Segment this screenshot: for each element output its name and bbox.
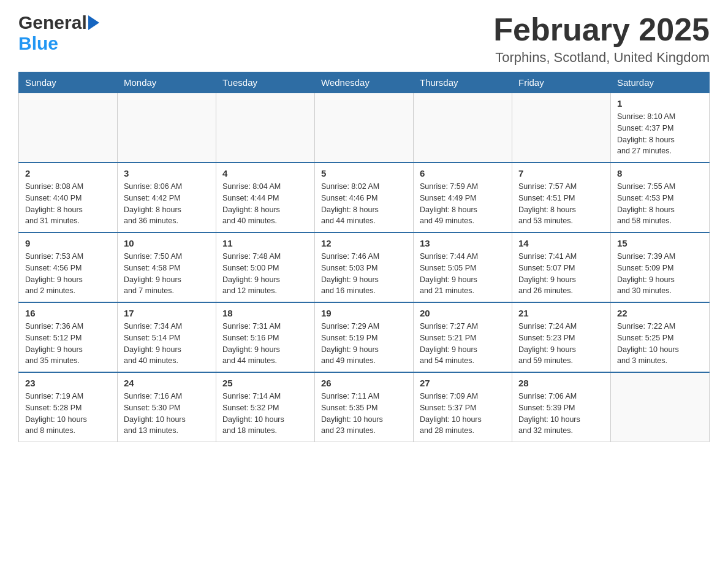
calendar-cell [19, 93, 118, 163]
calendar-cell: 19Sunrise: 7:29 AM Sunset: 5:19 PM Dayli… [315, 302, 414, 372]
day-info: Sunrise: 7:34 AM Sunset: 5:14 PM Dayligh… [124, 321, 210, 367]
calendar-cell: 21Sunrise: 7:24 AM Sunset: 5:23 PM Dayli… [512, 302, 611, 372]
calendar-week-3: 9Sunrise: 7:53 AM Sunset: 4:56 PM Daylig… [19, 232, 710, 302]
day-info: Sunrise: 7:16 AM Sunset: 5:30 PM Dayligh… [124, 391, 210, 437]
page-header: General Blue February 2025 Torphins, Sco… [18, 12, 710, 66]
calendar-cell [216, 93, 315, 163]
month-title: February 2025 [493, 12, 710, 47]
day-info: Sunrise: 7:55 AM Sunset: 4:53 PM Dayligh… [617, 181, 703, 227]
calendar-cell: 18Sunrise: 7:31 AM Sunset: 5:16 PM Dayli… [216, 302, 315, 372]
weekday-header-monday: Monday [118, 72, 216, 93]
calendar-cell: 7Sunrise: 7:57 AM Sunset: 4:51 PM Daylig… [512, 163, 611, 232]
day-number: 21 [518, 308, 604, 318]
calendar-cell: 11Sunrise: 7:48 AM Sunset: 5:00 PM Dayli… [216, 232, 315, 302]
day-number: 25 [222, 378, 308, 388]
day-info: Sunrise: 7:31 AM Sunset: 5:16 PM Dayligh… [222, 321, 308, 367]
day-info: Sunrise: 7:44 AM Sunset: 5:05 PM Dayligh… [420, 251, 506, 297]
day-info: Sunrise: 7:46 AM Sunset: 5:03 PM Dayligh… [321, 251, 407, 297]
calendar-cell: 12Sunrise: 7:46 AM Sunset: 5:03 PM Dayli… [315, 232, 414, 302]
calendar-cell: 15Sunrise: 7:39 AM Sunset: 5:09 PM Dayli… [611, 232, 710, 302]
day-number: 28 [518, 378, 604, 388]
weekday-header-friday: Friday [512, 72, 611, 93]
calendar-cell: 10Sunrise: 7:50 AM Sunset: 4:58 PM Dayli… [118, 232, 216, 302]
calendar-cell [512, 93, 611, 163]
calendar-cell: 14Sunrise: 7:41 AM Sunset: 5:07 PM Dayli… [512, 232, 611, 302]
day-info: Sunrise: 7:57 AM Sunset: 4:51 PM Dayligh… [518, 181, 604, 227]
day-number: 24 [124, 378, 210, 388]
calendar-cell: 20Sunrise: 7:27 AM Sunset: 5:21 PM Dayli… [414, 302, 512, 372]
weekday-header-wednesday: Wednesday [315, 72, 414, 93]
logo-general-text: General [18, 12, 87, 33]
day-info: Sunrise: 7:53 AM Sunset: 4:56 PM Dayligh… [25, 251, 111, 297]
day-number: 3 [124, 168, 210, 178]
day-number: 20 [420, 308, 506, 318]
calendar-cell: 16Sunrise: 7:36 AM Sunset: 5:12 PM Dayli… [19, 302, 118, 372]
day-info: Sunrise: 7:29 AM Sunset: 5:19 PM Dayligh… [321, 321, 407, 367]
day-number: 17 [124, 308, 210, 318]
day-info: Sunrise: 7:22 AM Sunset: 5:25 PM Dayligh… [617, 321, 703, 367]
day-number: 6 [420, 168, 506, 178]
calendar-cell: 2Sunrise: 8:08 AM Sunset: 4:40 PM Daylig… [19, 163, 118, 232]
day-info: Sunrise: 7:48 AM Sunset: 5:00 PM Dayligh… [222, 251, 308, 297]
day-info: Sunrise: 8:06 AM Sunset: 4:42 PM Dayligh… [124, 181, 210, 227]
calendar-cell: 25Sunrise: 7:14 AM Sunset: 5:32 PM Dayli… [216, 372, 315, 442]
calendar-cell: 6Sunrise: 7:59 AM Sunset: 4:49 PM Daylig… [414, 163, 512, 232]
location-subtitle: Torphins, Scotland, United Kingdom [493, 50, 710, 66]
day-number: 12 [321, 238, 407, 248]
day-info: Sunrise: 7:39 AM Sunset: 5:09 PM Dayligh… [617, 251, 703, 297]
day-number: 22 [617, 308, 703, 318]
day-info: Sunrise: 7:50 AM Sunset: 4:58 PM Dayligh… [124, 251, 210, 297]
day-info: Sunrise: 7:41 AM Sunset: 5:07 PM Dayligh… [518, 251, 604, 297]
day-number: 7 [518, 168, 604, 178]
day-info: Sunrise: 8:04 AM Sunset: 4:44 PM Dayligh… [222, 181, 308, 227]
day-number: 5 [321, 168, 407, 178]
calendar-cell [118, 93, 216, 163]
day-info: Sunrise: 7:59 AM Sunset: 4:49 PM Dayligh… [420, 181, 506, 227]
calendar-cell: 28Sunrise: 7:06 AM Sunset: 5:39 PM Dayli… [512, 372, 611, 442]
day-info: Sunrise: 8:08 AM Sunset: 4:40 PM Dayligh… [25, 181, 111, 227]
calendar-cell: 9Sunrise: 7:53 AM Sunset: 4:56 PM Daylig… [19, 232, 118, 302]
calendar-cell: 13Sunrise: 7:44 AM Sunset: 5:05 PM Dayli… [414, 232, 512, 302]
day-number: 15 [617, 238, 703, 248]
day-number: 27 [420, 378, 506, 388]
calendar-table: SundayMondayTuesdayWednesdayThursdayFrid… [18, 72, 710, 442]
calendar-cell [611, 372, 710, 442]
weekday-header-saturday: Saturday [611, 72, 710, 93]
logo-arrow-icon [88, 15, 99, 30]
calendar-cell: 23Sunrise: 7:19 AM Sunset: 5:28 PM Dayli… [19, 372, 118, 442]
day-number: 2 [25, 168, 111, 178]
day-number: 23 [25, 378, 111, 388]
calendar-cell: 8Sunrise: 7:55 AM Sunset: 4:53 PM Daylig… [611, 163, 710, 232]
day-number: 19 [321, 308, 407, 318]
day-info: Sunrise: 7:06 AM Sunset: 5:39 PM Dayligh… [518, 391, 604, 437]
day-info: Sunrise: 7:36 AM Sunset: 5:12 PM Dayligh… [25, 321, 111, 367]
day-number: 18 [222, 308, 308, 318]
calendar-week-4: 16Sunrise: 7:36 AM Sunset: 5:12 PM Dayli… [19, 302, 710, 372]
calendar-week-2: 2Sunrise: 8:08 AM Sunset: 4:40 PM Daylig… [19, 163, 710, 232]
calendar-cell: 24Sunrise: 7:16 AM Sunset: 5:30 PM Dayli… [118, 372, 216, 442]
day-info: Sunrise: 7:09 AM Sunset: 5:37 PM Dayligh… [420, 391, 506, 437]
day-number: 11 [222, 238, 308, 248]
calendar-cell: 3Sunrise: 8:06 AM Sunset: 4:42 PM Daylig… [118, 163, 216, 232]
calendar-week-1: 1Sunrise: 8:10 AM Sunset: 4:37 PM Daylig… [19, 93, 710, 163]
day-number: 1 [617, 98, 703, 109]
calendar-cell: 1Sunrise: 8:10 AM Sunset: 4:37 PM Daylig… [611, 93, 710, 163]
calendar-cell: 26Sunrise: 7:11 AM Sunset: 5:35 PM Dayli… [315, 372, 414, 442]
calendar-header: SundayMondayTuesdayWednesdayThursdayFrid… [19, 72, 710, 93]
weekday-header-row: SundayMondayTuesdayWednesdayThursdayFrid… [19, 72, 710, 93]
day-info: Sunrise: 7:14 AM Sunset: 5:32 PM Dayligh… [222, 391, 308, 437]
day-number: 4 [222, 168, 308, 178]
day-number: 26 [321, 378, 407, 388]
calendar-week-5: 23Sunrise: 7:19 AM Sunset: 5:28 PM Dayli… [19, 372, 710, 442]
calendar-cell [315, 93, 414, 163]
title-section: February 2025 Torphins, Scotland, United… [493, 12, 710, 66]
day-info: Sunrise: 8:10 AM Sunset: 4:37 PM Dayligh… [617, 111, 703, 157]
calendar-cell: 22Sunrise: 7:22 AM Sunset: 5:25 PM Dayli… [611, 302, 710, 372]
calendar-cell: 27Sunrise: 7:09 AM Sunset: 5:37 PM Dayli… [414, 372, 512, 442]
logo-blue-text: Blue [18, 33, 58, 54]
calendar-cell [414, 93, 512, 163]
day-info: Sunrise: 7:24 AM Sunset: 5:23 PM Dayligh… [518, 321, 604, 367]
day-info: Sunrise: 7:19 AM Sunset: 5:28 PM Dayligh… [25, 391, 111, 437]
day-info: Sunrise: 7:27 AM Sunset: 5:21 PM Dayligh… [420, 321, 506, 367]
calendar-body: 1Sunrise: 8:10 AM Sunset: 4:37 PM Daylig… [19, 93, 710, 442]
